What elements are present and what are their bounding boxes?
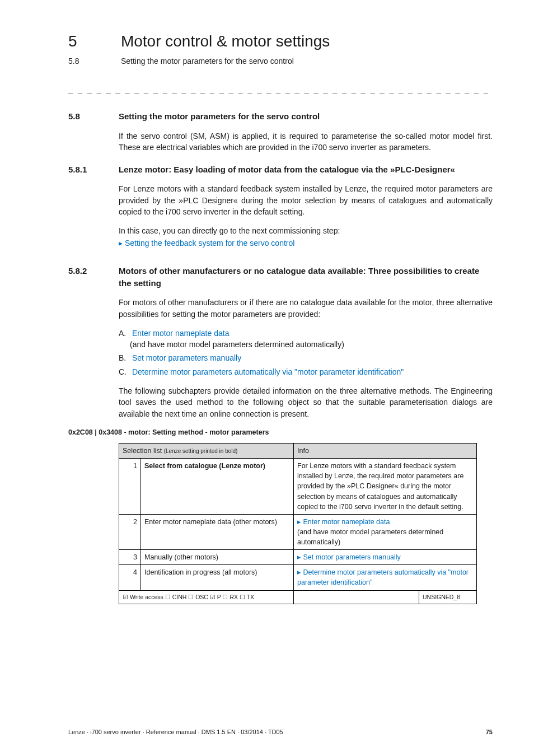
table-row: 3 Manually (other motors) Set motor para… bbox=[119, 550, 477, 565]
data-type-cell: UNSIGNED_8 bbox=[419, 590, 477, 604]
col-label-small: (Lenze setting printed in bold) bbox=[164, 448, 238, 454]
parameter-table: Selection list (Lenze setting printed in… bbox=[119, 443, 477, 604]
selection-cell: Identification in progress (all motors) bbox=[141, 565, 294, 590]
section-title: Lenze motor: Easy loading of motor data … bbox=[119, 164, 493, 176]
empty-cell bbox=[294, 590, 419, 604]
section-title: Setting the motor parameters for the ser… bbox=[119, 110, 493, 123]
list-item: A. Enter motor nameplate data (and have … bbox=[119, 328, 493, 351]
table-header-row: Selection list (Lenze setting printed in… bbox=[119, 444, 477, 459]
divider-dashes: _ _ _ _ _ _ _ _ _ _ _ _ _ _ _ _ _ _ _ _ … bbox=[68, 83, 493, 95]
info-cell: For Lenze motors with a standard feedbac… bbox=[294, 459, 477, 515]
page-footer: Lenze · i700 servo inverter · Reference … bbox=[68, 728, 493, 737]
cross-reference-link[interactable]: Set motor parameters manually bbox=[132, 353, 241, 362]
paragraph: The following subchapters provide detail… bbox=[119, 385, 493, 419]
cross-reference-link[interactable]: Determine motor parameters automatically… bbox=[297, 568, 469, 586]
paragraph: For motors of other manufacturers or if … bbox=[119, 297, 493, 320]
chapter-title: Motor control & motor settings bbox=[121, 32, 330, 50]
row-number: 4 bbox=[119, 565, 141, 590]
paragraph: For Lenze motors with a standard feedbac… bbox=[119, 183, 493, 217]
info-cell: Set motor parameters manually bbox=[294, 550, 477, 565]
cross-reference-link[interactable]: Enter motor nameplate data bbox=[132, 329, 229, 338]
cross-reference-link[interactable]: Enter motor nameplate data bbox=[297, 518, 390, 526]
section-header-line: 5.8 Setting the motor parameters for the… bbox=[68, 55, 493, 67]
selection-cell: Select from catalogue (Lenze motor) bbox=[141, 459, 294, 515]
section-title-small: Setting the motor parameters for the ser… bbox=[121, 57, 294, 66]
info-cell: Determine motor parameters automatically… bbox=[294, 565, 477, 590]
cross-reference-link[interactable]: Set motor parameters manually bbox=[297, 553, 401, 561]
section-num: 5.8.1 bbox=[68, 164, 119, 176]
section-num: 5.8.2 bbox=[68, 265, 119, 290]
table-row: 2 Enter motor nameplate data (other moto… bbox=[119, 514, 477, 549]
row-number: 3 bbox=[119, 550, 141, 565]
access-flags: ☑ Write access ☐ CINH ☐ OSC ☑ P ☐ RX ☐ T… bbox=[119, 590, 294, 604]
cross-reference-link[interactable]: Setting the feedback system for the serv… bbox=[119, 239, 294, 248]
chapter-number: 5 bbox=[68, 30, 119, 53]
cross-reference-link[interactable]: Determine motor parameters automatically… bbox=[132, 367, 404, 376]
list-item-tail: (and have motor model parameters determi… bbox=[130, 340, 344, 349]
row-number: 2 bbox=[119, 514, 141, 549]
section-title: Motors of other manufacturers or no cata… bbox=[119, 265, 493, 290]
list-item: B. Set motor parameters manually bbox=[119, 352, 493, 363]
table-row: 1 Select from catalogue (Lenze motor) Fo… bbox=[119, 459, 477, 515]
option-list: A. Enter motor nameplate data (and have … bbox=[119, 328, 493, 377]
list-item: C. Determine motor parameters automatica… bbox=[119, 366, 493, 377]
parameter-heading: 0x2C08 | 0x3408 - motor: Setting method … bbox=[68, 427, 493, 437]
section-5-8-2: 5.8.2 Motors of other manufacturers or n… bbox=[68, 265, 493, 290]
list-marker: A. bbox=[119, 328, 130, 339]
selection-cell: Enter motor nameplate data (other motors… bbox=[141, 514, 294, 549]
footer-left: Lenze · i700 servo inverter · Reference … bbox=[68, 728, 283, 737]
section-5-8-1: 5.8.1 Lenze motor: Easy loading of motor… bbox=[68, 164, 493, 176]
table-header-cell: Info bbox=[294, 444, 477, 459]
info-tail: (and have motor model parameters determi… bbox=[297, 528, 443, 546]
table-row: 4 Identification in progress (all motors… bbox=[119, 565, 477, 590]
row-number: 1 bbox=[119, 459, 141, 515]
table-footer-row: ☑ Write access ☐ CINH ☐ OSC ☑ P ☐ RX ☐ T… bbox=[119, 590, 477, 604]
section-number-small: 5.8 bbox=[68, 55, 119, 67]
col-label: Selection list bbox=[123, 447, 164, 455]
section-5-8: 5.8 Setting the motor parameters for the… bbox=[68, 110, 493, 123]
page-number: 75 bbox=[486, 728, 493, 737]
section-num: 5.8 bbox=[68, 110, 119, 123]
selection-cell: Manually (other motors) bbox=[141, 550, 294, 565]
info-cell: Enter motor nameplate data (and have mot… bbox=[294, 514, 477, 549]
list-marker: B. bbox=[119, 352, 130, 363]
paragraph: If the servo control (SM, ASM) is applie… bbox=[119, 130, 493, 153]
paragraph: In this case, you can directly go to the… bbox=[119, 225, 493, 236]
chapter-header: 5 Motor control & motor settings bbox=[68, 30, 493, 53]
table-header-cell: Selection list (Lenze setting printed in… bbox=[119, 444, 294, 459]
list-marker: C. bbox=[119, 366, 130, 377]
